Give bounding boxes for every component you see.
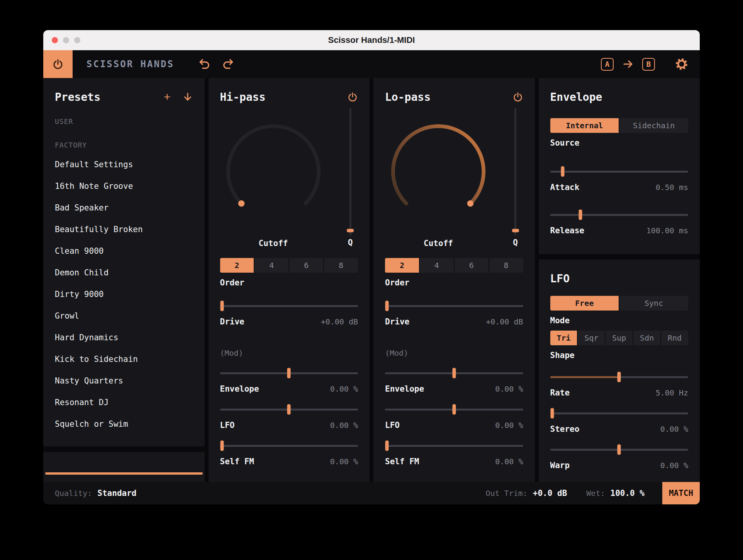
slider-handle[interactable] [561, 166, 564, 177]
lopass-order-2[interactable]: 2 [385, 258, 419, 273]
add-preset-button[interactable]: + [164, 91, 171, 103]
redo-icon [222, 58, 234, 70]
hipass-selffm-label: Self FM [220, 457, 254, 466]
lopass-cutoff-label: Cutoff [424, 239, 453, 248]
hipass-drive-slider[interactable] [220, 300, 358, 311]
preset-item[interactable]: Nasty Quarters [55, 370, 193, 392]
lfo-stereo-slider[interactable] [550, 408, 689, 419]
slider-handle[interactable] [550, 408, 554, 419]
hipass-cutoff-group: Cutoff [220, 108, 327, 248]
quality-value[interactable]: Standard [97, 489, 136, 498]
lfo-free-option[interactable]: Free [550, 296, 619, 311]
lopass-q-slider[interactable] [511, 108, 521, 236]
lopass-lfo-mod-slider[interactable] [385, 404, 523, 415]
copy-a-to-b-button[interactable] [622, 58, 634, 70]
preset-item[interactable]: Clean 9000 [55, 240, 193, 262]
preset-b-button[interactable]: B [642, 58, 655, 71]
match-button[interactable]: MATCH [662, 482, 700, 504]
hipass-envelope-mod-slider[interactable] [220, 368, 358, 378]
lopass-order-4[interactable]: 4 [419, 258, 454, 273]
lopass-drive-slider[interactable] [385, 300, 523, 311]
hipass-order-8[interactable]: 8 [323, 258, 358, 273]
hipass-lfo-mod-slider[interactable] [220, 404, 358, 415]
slider-handle[interactable] [617, 445, 621, 455]
preset-item[interactable]: Default Settings [55, 154, 193, 175]
lfo-shape-sdn[interactable]: Sdn [633, 331, 660, 345]
preset-item[interactable]: Beautifully Broken [55, 219, 193, 240]
preset-a-button[interactable]: A [601, 58, 614, 71]
preset-item[interactable]: Squelch or Swim [55, 413, 193, 435]
slider-handle[interactable] [452, 368, 456, 378]
plugin-window: Scissor Hands/1-MIDI SCISSOR HANDS [43, 30, 700, 504]
hipass-power-button[interactable] [347, 92, 358, 102]
preset-item[interactable]: 16th Note Groove [55, 175, 193, 197]
slider-handle[interactable] [579, 210, 582, 220]
lfo-shape-sup[interactable]: Sup [605, 331, 633, 345]
slider-handle[interactable] [385, 301, 389, 311]
hipass-order-4[interactable]: 4 [254, 258, 288, 273]
lopass-order-8[interactable]: 8 [489, 258, 523, 273]
slider-handle[interactable] [287, 404, 291, 415]
slider-handle[interactable] [385, 441, 389, 451]
hipass-drive-row: Drive +0.00 dB [220, 317, 358, 327]
hipass-drive-label: Drive [220, 317, 244, 326]
lopass-lfo-mod-row: LFO 0.00 % [385, 420, 523, 430]
lopass-selffm-slider[interactable] [385, 440, 523, 451]
hipass-order-6[interactable]: 6 [288, 258, 323, 273]
close-button[interactable] [52, 37, 58, 43]
preset-item[interactable]: Demon Child [55, 262, 193, 283]
lfo-rate-slider[interactable] [550, 372, 689, 382]
hipass-mod-section-label: (Mod) [220, 348, 358, 358]
hipass-q-slider[interactable] [345, 108, 355, 236]
lfo-shape-sqr[interactable]: Sqr [577, 331, 605, 345]
hipass-order-2[interactable]: 2 [220, 258, 254, 273]
envelope-release-slider[interactable] [550, 209, 689, 220]
lopass-cutoff-knob[interactable] [385, 118, 492, 225]
lfo-shape-rnd[interactable]: Rnd [660, 331, 688, 345]
lopass-power-button[interactable] [512, 92, 523, 102]
slider-handle[interactable] [220, 441, 224, 451]
envelope-attack-slider[interactable] [550, 166, 689, 177]
preset-item[interactable]: Bad Speaker [55, 197, 193, 219]
lopass-order-6[interactable]: 6 [454, 258, 489, 273]
slider-handle[interactable] [617, 372, 621, 382]
undo-button[interactable] [198, 58, 210, 70]
zoom-button[interactable] [74, 37, 80, 43]
lfo-sync-option[interactable]: Sync [619, 296, 688, 311]
out-trim-value[interactable]: +0.0 dB [533, 489, 567, 498]
lfo-stereo-label: Stereo [550, 424, 580, 434]
minimize-button[interactable] [63, 37, 69, 43]
envelope-internal-option[interactable]: Internal [550, 118, 619, 133]
envelope-release-row: Release 100.00 ms [550, 226, 689, 236]
lfo-warp-slider[interactable] [550, 444, 689, 455]
preset-item[interactable]: Resonant DJ [55, 392, 193, 413]
main-power-button[interactable] [43, 50, 73, 78]
slider-track [220, 305, 358, 307]
slider-handle[interactable] [512, 229, 519, 232]
slider-handle[interactable] [347, 229, 354, 232]
undo-icon [198, 58, 210, 70]
preset-item[interactable]: Kick to Sidechain [55, 348, 193, 370]
preset-scrollbar[interactable] [45, 472, 203, 475]
slider-handle[interactable] [452, 404, 456, 415]
hipass-selffm-slider[interactable] [220, 440, 358, 451]
presets-scroll-panel [43, 452, 205, 482]
redo-button[interactable] [222, 58, 234, 70]
hipass-selffm-value: 0.00 % [330, 457, 358, 466]
save-preset-button[interactable] [182, 92, 193, 102]
settings-button[interactable] [675, 58, 688, 71]
lfo-shape-tri[interactable]: Tri [550, 331, 577, 345]
envelope-sidechain-option[interactable]: Sidechain [619, 118, 688, 133]
wet-value[interactable]: 100.0 % [610, 489, 645, 498]
preset-item[interactable]: Growl [55, 305, 193, 327]
hipass-envelope-mod-value: 0.00 % [330, 384, 358, 394]
slider-handle[interactable] [220, 301, 224, 311]
preset-item[interactable]: Dirty 9000 [55, 283, 193, 305]
hipass-cutoff-knob[interactable] [220, 118, 327, 225]
presets-title: Presets [55, 91, 100, 104]
slider-handle[interactable] [287, 368, 291, 378]
preset-item[interactable]: Hard Dynamics [55, 327, 193, 348]
lopass-lfo-mod-value: 0.00 % [495, 421, 523, 430]
lopass-envelope-mod-slider[interactable] [385, 368, 523, 378]
power-icon [512, 92, 523, 102]
